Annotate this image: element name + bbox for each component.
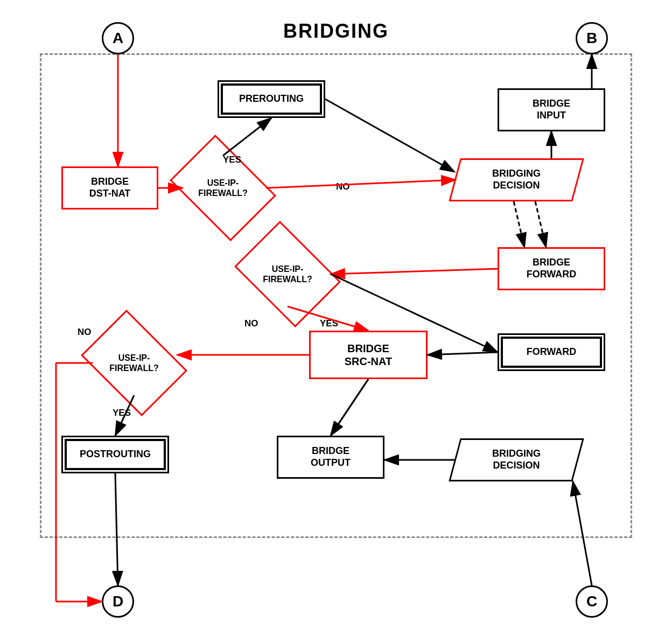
circle-a: A [102, 22, 134, 54]
yes-label-mid: YES [320, 318, 338, 329]
yes-label-top: YES [223, 155, 241, 165]
bridge-dst-nat: BRIDGEDST-NAT [61, 166, 158, 209]
bridge-forward: BRIDGEFORWARD [498, 247, 605, 290]
circle-b: B [576, 22, 608, 54]
circle-d: D [102, 585, 134, 618]
postrouting: POSTROUTING [61, 436, 169, 473]
no-label-top: NO [336, 181, 350, 192]
forward: FORWARD [498, 333, 605, 371]
bridging-decision-top: BRIDGINGDECISION [449, 158, 584, 201]
bridge-input: BRIDGEINPUT [498, 88, 605, 131]
no-label-mid: NO [244, 318, 258, 329]
no-label-bot: NO [78, 327, 92, 338]
bridge-src-nat: BRIDGESRC-NAT [309, 331, 428, 379]
bridging-decision-bot: BRIDGINGDECISION [449, 438, 584, 481]
diagram-title: BRIDGING [283, 20, 389, 43]
prerouting: PREROUTING [218, 80, 325, 118]
bridge-output: BRIDGEOUTPUT [277, 436, 384, 479]
circle-c: C [576, 585, 608, 618]
yes-label-bot: YES [113, 408, 131, 418]
